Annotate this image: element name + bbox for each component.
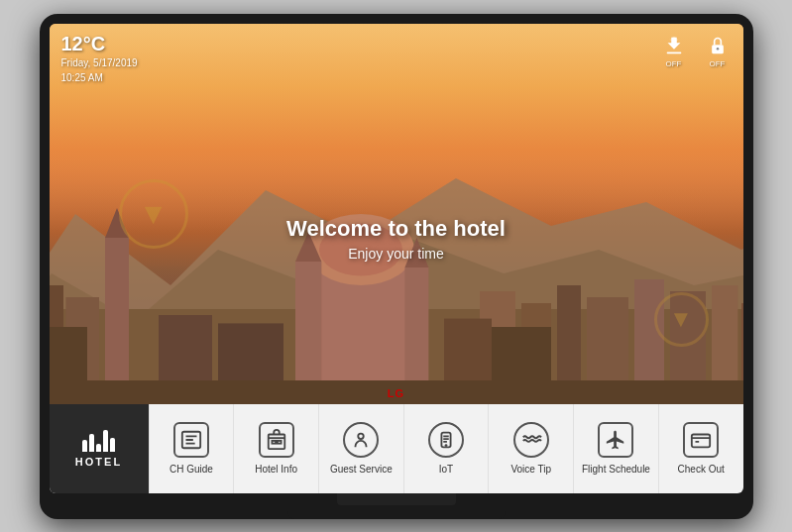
stand-base [287, 505, 506, 519]
date-display: Friday, 5/17/2019 [61, 55, 138, 70]
lock-label: OFF [710, 59, 726, 68]
flight-schedule-label: Flight Schedule [582, 464, 650, 475]
time-display: 10:25 AM [61, 70, 138, 85]
tv-stand [50, 493, 743, 519]
lock-control[interactable]: OFF [704, 32, 732, 68]
svg-rect-41 [277, 441, 281, 444]
voice-tip-label: Voice Tip [510, 464, 551, 475]
hotel-bars-icon [82, 430, 115, 452]
menu-item-ch-guide[interactable]: CH Guide [149, 404, 234, 493]
guest-service-label: Guest Service [330, 464, 393, 475]
menu-item-guest-service[interactable]: Guest Service [318, 404, 403, 493]
bar-5 [110, 438, 115, 452]
download-label: OFF [666, 59, 682, 68]
svg-rect-32 [666, 52, 681, 53]
menu-items-container: CH Guide Hotel Info [149, 404, 743, 493]
bar-4 [103, 430, 108, 452]
top-right-controls: OFF OFF [660, 32, 732, 68]
bar-1 [82, 440, 87, 452]
watermark-arrow-left [119, 179, 188, 249]
bar-3 [96, 444, 101, 452]
voice-tip-icon [513, 422, 549, 458]
guest-service-icon [343, 422, 379, 458]
stand-neck [337, 493, 456, 505]
weather-widget: 12°C Friday, 5/17/2019 10:25 AM [61, 32, 138, 85]
background-image: 12°C Friday, 5/17/2019 10:25 AM [50, 24, 743, 404]
lg-brand-logo: LG [388, 387, 404, 399]
hotel-info-label: Hotel Info [255, 464, 297, 475]
flight-schedule-icon [598, 422, 633, 458]
welcome-title: Welcome to the hotel [286, 216, 506, 242]
temperature-display: 12°C [61, 32, 138, 55]
menu-item-voice-tip[interactable]: Voice Tip [488, 404, 573, 493]
bar-2 [89, 434, 94, 452]
svg-rect-45 [692, 435, 710, 448]
check-out-icon [683, 422, 719, 458]
lock-icon [704, 32, 732, 59]
download-control[interactable]: OFF [660, 32, 688, 68]
watermark-arrow-right [654, 292, 709, 347]
hotel-info-icon [259, 422, 294, 458]
hotel-label: HOTEL [75, 456, 122, 468]
svg-point-42 [359, 434, 365, 440]
top-bar: 12°C Friday, 5/17/2019 10:25 AM [50, 24, 743, 93]
welcome-subtitle: Enjoy your time [348, 246, 443, 262]
bottom-menu-bar: HOTEL CH Guide [50, 404, 743, 493]
welcome-text-area: Welcome to the hotel Enjoy your time [50, 93, 743, 404]
menu-item-hotel-info[interactable]: Hotel Info [233, 404, 318, 493]
svg-point-34 [716, 48, 719, 51]
hotel-logo: HOTEL [50, 404, 149, 493]
svg-rect-40 [272, 441, 276, 444]
menu-item-flight-schedule[interactable]: Flight Schedule [573, 404, 658, 493]
iot-icon [428, 422, 464, 458]
tv-screen: 12°C Friday, 5/17/2019 10:25 AM [50, 24, 743, 493]
download-icon [660, 32, 688, 59]
tv-body: 12°C Friday, 5/17/2019 10:25 AM [40, 14, 753, 519]
check-out-label: Check Out [678, 464, 725, 475]
menu-item-check-out[interactable]: Check Out [658, 404, 743, 493]
menu-item-iot[interactable]: IoT [403, 404, 489, 493]
iot-label: IoT [439, 464, 453, 475]
ch-guide-icon [173, 422, 209, 458]
ch-guide-label: CH Guide [170, 464, 213, 475]
